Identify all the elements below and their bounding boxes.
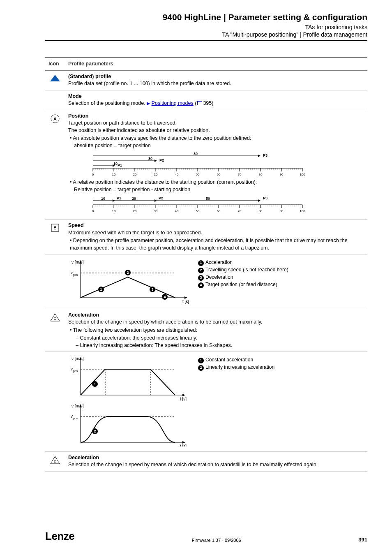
svg-text:50: 50: [196, 173, 200, 176]
position-bullet-abs: An absolute position always specifies th…: [70, 135, 364, 149]
position-line2: The position is either indicated as abso…: [68, 127, 364, 134]
svg-text:20: 20: [133, 173, 137, 176]
svg-text:t [s]: t [s]: [182, 299, 189, 304]
row-title: Deceleration: [68, 454, 364, 462]
svg-text:A: A: [53, 116, 57, 121]
svg-text:0: 0: [92, 209, 94, 213]
row-title: Acceleration: [68, 312, 364, 319]
accel-legend: 1Constant acceleration 2Linearly increas…: [198, 356, 274, 371]
svg-text:50: 50: [206, 197, 210, 201]
table-row: C Acceleration Selection of the change i…: [45, 309, 367, 352]
row-title: Speed: [68, 222, 364, 229]
mode-desc-prefix: Selection of the positioning mode.: [68, 100, 147, 106]
svg-text:0: 0: [92, 173, 94, 176]
legend-text: Target position (or feed distance): [205, 282, 277, 287]
svg-marker-4: [258, 155, 261, 157]
table-row: B Speed Maximum speed with which the tar…: [45, 220, 367, 254]
svg-text:90: 90: [280, 209, 284, 213]
svg-text:60: 60: [217, 209, 221, 213]
bullet-text: An absolute position always specifies th…: [73, 135, 251, 141]
letter-a-in-circle-icon: A: [48, 114, 62, 123]
svg-marker-6: [154, 160, 157, 162]
letter-d-in-triangle-icon: D: [48, 456, 62, 464]
row-desc: Profile data set (profile no. 1 ... 100)…: [68, 80, 364, 88]
svg-rect-33: [93, 168, 302, 170]
svg-marker-0: [50, 75, 60, 81]
p1v-label: 10: [113, 162, 118, 166]
book-icon: [197, 101, 202, 105]
table-row: D Deceleration Selection of the change i…: [45, 451, 367, 471]
svg-text:P3: P3: [263, 196, 267, 200]
legend-text: Travelling speed (is not reached here): [205, 267, 288, 273]
svg-text:30: 30: [154, 173, 158, 176]
legend-number-icon: 4: [198, 282, 204, 288]
legend-text: Deceleration: [205, 274, 233, 280]
svg-text:P2: P2: [159, 196, 163, 200]
svg-marker-45: [258, 199, 261, 202]
legend-number-icon: 1: [198, 260, 204, 266]
header-subtitle-1: TAs for positioning tasks: [45, 24, 367, 30]
legend-text: Linearly increasing acceleration: [205, 364, 274, 370]
absolute-ruler-graphic: 80 P3 30 P2 10 P1: [81, 152, 364, 176]
svg-text:pos: pos: [73, 417, 78, 420]
legend-number-icon: 1: [198, 358, 204, 363]
p3v-label: 80: [194, 152, 198, 156]
svg-text:100: 100: [300, 173, 305, 176]
row-title: Position: [68, 113, 364, 120]
svg-text:10: 10: [112, 209, 116, 213]
letter-b-in-square-icon: B: [48, 224, 62, 232]
speed-triangle-graph: v [m/s] t [s] vpos 2 1 3 4: [68, 259, 191, 306]
svg-text:80: 80: [259, 209, 263, 213]
svg-text:pos: pos: [73, 370, 78, 373]
decel-line1: Selection of the change in speed by mean…: [68, 461, 364, 469]
svg-text:1: 1: [94, 382, 96, 386]
accel-dash1: Constant acceleration: the speed increas…: [76, 335, 364, 342]
svg-text:10: 10: [101, 197, 105, 201]
page-number: 391: [358, 536, 367, 543]
accel-graphs: v [m/s]t [s] vpos 1: [68, 356, 191, 449]
letter-c-in-triangle-icon: C: [48, 313, 62, 321]
svg-text:v [m/s]: v [m/s]: [71, 404, 84, 408]
svg-text:v: v: [71, 414, 73, 419]
row-title: (Standard) profile: [68, 73, 364, 81]
table-row: v [m/s] t [s] vpos 2 1 3 4: [45, 254, 367, 309]
svg-text:30: 30: [154, 209, 158, 213]
svg-text:3: 3: [151, 287, 153, 291]
table-row: Mode Selection of the positioning mode. …: [45, 90, 367, 110]
svg-text:pos: pos: [73, 273, 78, 277]
svg-marker-41: [154, 199, 157, 202]
profile-parameters-table: Icon Profile parameters (Standard) profi…: [45, 57, 367, 472]
formula-text: Relative position = target position - st…: [70, 187, 190, 192]
svg-text:10: 10: [112, 173, 116, 176]
lenze-logo: Lenze: [45, 530, 74, 543]
svg-text:1: 1: [100, 287, 102, 291]
firmware-text: Firmware 1.37 - 09/2006: [74, 538, 358, 543]
bullet-text: A relative position indicates the distan…: [73, 179, 257, 185]
svg-marker-37: [113, 199, 115, 202]
p3-label: P3: [263, 153, 267, 157]
positioning-modes-link[interactable]: Positioning modes: [152, 100, 194, 106]
col-header-params: Profile parameters: [65, 58, 367, 70]
p1-label: P1: [118, 163, 122, 167]
svg-text:60: 60: [217, 173, 221, 176]
svg-marker-109: [182, 441, 185, 444]
speed-line1: Maximum speed with which the target is t…: [68, 229, 364, 237]
accel-dash2: Linearly increasing acceleration: The sp…: [76, 342, 364, 349]
row-title: Mode: [68, 93, 364, 100]
svg-text:90: 90: [280, 173, 284, 176]
svg-marker-77: [184, 296, 187, 299]
profile-triangle-icon: [48, 75, 62, 81]
svg-text:40: 40: [175, 173, 179, 176]
legend-text: Acceleration: [205, 259, 233, 265]
svg-text:70: 70: [238, 209, 242, 213]
svg-text:40: 40: [175, 209, 179, 213]
header-rule: [45, 40, 367, 41]
legend-number-icon: 3: [198, 275, 204, 281]
svg-text:v: v: [71, 271, 73, 275]
svg-text:20: 20: [133, 209, 137, 213]
header-subtitle-2: TA "Multi-purpose positioning" | Profile…: [45, 31, 367, 38]
svg-text:2: 2: [94, 429, 96, 433]
table-row: (Standard) profile Profile data set (pro…: [45, 70, 367, 90]
svg-text:v [m/s]: v [m/s]: [71, 356, 84, 361]
svg-text:P1: P1: [117, 196, 121, 200]
